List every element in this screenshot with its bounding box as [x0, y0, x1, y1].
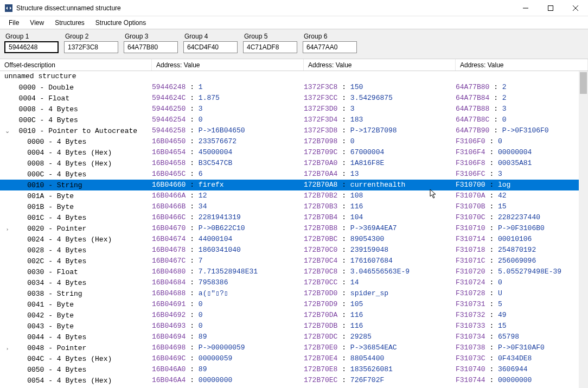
structure-row[interactable]: 0044 - 4 Bytes16B04694 : 89172B70DC : 29… — [0, 332, 588, 342]
close-button[interactable] — [563, 0, 588, 16]
group-address-input[interactable] — [243, 41, 297, 53]
structure-row[interactable]: 0034 - 4 Bytes16B04684 : 7958386172B70CC… — [0, 277, 588, 288]
cell-value: 116 — [350, 311, 363, 319]
structure-row[interactable]: 001A - Byte16B0466A : 12172B70B2 : 108F3… — [0, 190, 588, 201]
cell-value: 1A816F8E — [350, 159, 384, 167]
header-address-value-2[interactable]: Address: Value — [304, 59, 456, 71]
structure-row[interactable]: 0043 - Byte16B04693 : 0172B70DB : 116F31… — [0, 321, 588, 332]
menu-structure-options[interactable]: Structure Options — [90, 17, 151, 28]
cell-value: 0 — [199, 116, 203, 124]
menu-structures[interactable]: Structures — [49, 17, 90, 28]
structure-row[interactable]: 0030 - Float16B04680 : 7.713528948E31172… — [0, 266, 588, 277]
vertical-scrollbar[interactable] — [579, 71, 588, 388]
structure-row[interactable]: 0024 - 4 Bytes (Hex)16B04674 : 440001041… — [0, 234, 588, 245]
address-value: 16B046A4 — [152, 376, 186, 384]
structure-row[interactable]: 0000 - Double59446248 : 11372F3C8 : 1506… — [0, 82, 588, 93]
cell-value: 0 — [498, 137, 502, 145]
cell-value: P->172B7098 — [350, 126, 397, 135]
root-row[interactable]: unnamed structure — [0, 71, 588, 82]
address-value: 172B70C0 — [304, 246, 337, 254]
group-label: Group 6 — [303, 31, 357, 41]
address-value: F310734 — [456, 333, 485, 341]
expand-icon[interactable]: › — [4, 223, 10, 234]
address-value: 16B04698 — [152, 344, 186, 352]
address-value: F3106F8 — [456, 159, 485, 167]
structure-row[interactable]: 0000 - 4 Bytes16B04650 : 233576672172B70… — [0, 136, 588, 147]
structure-row[interactable]: 001B - Byte16B0466B : 34172B70B3 : 116F3… — [0, 201, 588, 212]
tree-spacer — [4, 245, 10, 256]
address-value: F31073C — [456, 354, 485, 362]
tree-spacer — [4, 256, 10, 266]
group-address-input[interactable] — [303, 41, 357, 53]
header-offset[interactable]: Offset-description — [0, 59, 152, 71]
scrollbar-thumb[interactable] — [580, 72, 587, 94]
address-value: 16B04650 — [152, 137, 186, 145]
address-value: 16B04688 — [152, 289, 186, 297]
structure-row[interactable]: 004C - 4 Bytes (Hex)16B0469C : 000000591… — [0, 353, 588, 364]
tree-spacer — [4, 93, 10, 104]
address-value: 59446250 — [152, 105, 186, 113]
header-address-value-1[interactable]: Address: Value — [152, 59, 304, 71]
structure-row[interactable]: › 0048 - Pointer16B04698 : P->0000005917… — [0, 342, 588, 353]
address-value: F310714 — [456, 235, 485, 243]
structure-row[interactable]: 0010 - String16B04660 : firefx172B70A8 :… — [0, 180, 588, 190]
structure-row[interactable]: 0004 - Float5944624C : 1.8751372F3CC : 3… — [0, 93, 588, 104]
cell-value: 150 — [350, 83, 363, 91]
structure-row[interactable]: 0004 - 4 Bytes (Hex)16B04654 : 450000041… — [0, 147, 588, 158]
cell-value: 5.055279498E-39 — [498, 268, 561, 276]
structure-row[interactable]: 000C - 4 Bytes59446254 : 01372F3D4 : 183… — [0, 115, 588, 125]
tree-spacer — [4, 332, 10, 342]
cell-value: 233576672 — [199, 137, 237, 145]
cell-value: 00000059 — [199, 354, 232, 362]
group-address-input[interactable] — [183, 41, 238, 53]
address-value: 5944624C — [152, 94, 186, 102]
structure-row[interactable]: 001C - 4 Bytes16B0466C : 2281941319172B7… — [0, 212, 588, 223]
structure-row[interactable]: 0042 - Byte16B04692 : 0172B70DA : 116F31… — [0, 310, 588, 321]
structure-row[interactable]: 000C - 4 Bytes16B0465C : 6172B70A4 : 13F… — [0, 169, 588, 180]
structure-tree[interactable]: unnamed structure 0000 - Double59446248 … — [0, 71, 588, 388]
offset-label: 0024 - 4 Bytes (Hex) — [10, 236, 112, 244]
collapse-icon[interactable]: ⌄ — [4, 125, 10, 136]
cell-value: 0 — [199, 300, 203, 308]
structure-row[interactable]: 0050 - 4 Bytes16B046A0 : 89172B70E8 : 18… — [0, 364, 588, 375]
menu-view[interactable]: View — [24, 17, 49, 28]
cell-value: 3.54296875 — [350, 94, 393, 102]
offset-label: 002C - 4 Bytes — [10, 257, 86, 265]
structure-row[interactable]: 0008 - 4 Bytes (Hex)16B04658 : B3C547CB1… — [0, 158, 588, 169]
group-address-input[interactable] — [4, 41, 59, 53]
tree-spacer — [4, 169, 10, 180]
group-address-input[interactable] — [64, 41, 118, 53]
window-controls — [513, 0, 588, 16]
offset-label: 0000 - 4 Bytes — [10, 138, 86, 146]
offset-label: 001A - Byte — [10, 192, 74, 200]
structure-row[interactable]: 0008 - 4 Bytes59446250 : 31372F3D0 : 364… — [0, 104, 588, 115]
address-value: F3106FC — [456, 170, 485, 178]
offset-label: 0034 - 4 Bytes — [10, 279, 86, 287]
cell-value: B3C547CB — [199, 159, 232, 167]
address-value: 172B70D0 — [304, 289, 337, 297]
address-value: 16B0467C — [152, 257, 186, 265]
structure-row[interactable]: 0041 - Byte16B04691 : 0172B70D9 : 105F31… — [0, 299, 588, 310]
structure-row[interactable]: 0054 - 4 Bytes (Hex)16B046A4 : 000000001… — [0, 375, 588, 386]
cell-value: currenthealth — [350, 181, 405, 189]
expand-icon[interactable]: › — [4, 342, 10, 353]
maximize-button[interactable] — [538, 0, 563, 16]
cell-value: 726F702F — [350, 376, 384, 384]
menu-file[interactable]: File — [3, 17, 24, 28]
structure-row[interactable]: 0038 - String16B04688 : a(▯"▯?▯172B70D0 … — [0, 288, 588, 299]
minimize-button[interactable] — [513, 0, 538, 16]
address-value: 172B709C — [304, 148, 337, 156]
structure-row[interactable]: › 0020 - Pointer16B04670 : P->0B622C1017… — [0, 223, 588, 234]
structure-row[interactable]: ⌄ 0010 - Pointer to Autocreate59446258 :… — [0, 125, 588, 136]
address-value: 172B70BC — [304, 235, 337, 243]
structure-row[interactable]: 002C - 4 Bytes16B0467C : 7172B70C4 : 176… — [0, 256, 588, 266]
address-value: 16B04692 — [152, 311, 186, 319]
structure-row[interactable]: 0028 - 4 Bytes16B04678 : 1860341040172B7… — [0, 245, 588, 256]
address-value: 64A77B8C — [456, 116, 489, 124]
header-address-value-3[interactable]: Address: Value — [456, 59, 588, 71]
group-address-input[interactable] — [124, 41, 178, 53]
address-value: 16B0466B — [152, 202, 186, 211]
cell-value: 2 — [502, 94, 507, 102]
address-value: 59446248 — [152, 83, 186, 91]
address-value: 172B70E4 — [304, 354, 337, 362]
